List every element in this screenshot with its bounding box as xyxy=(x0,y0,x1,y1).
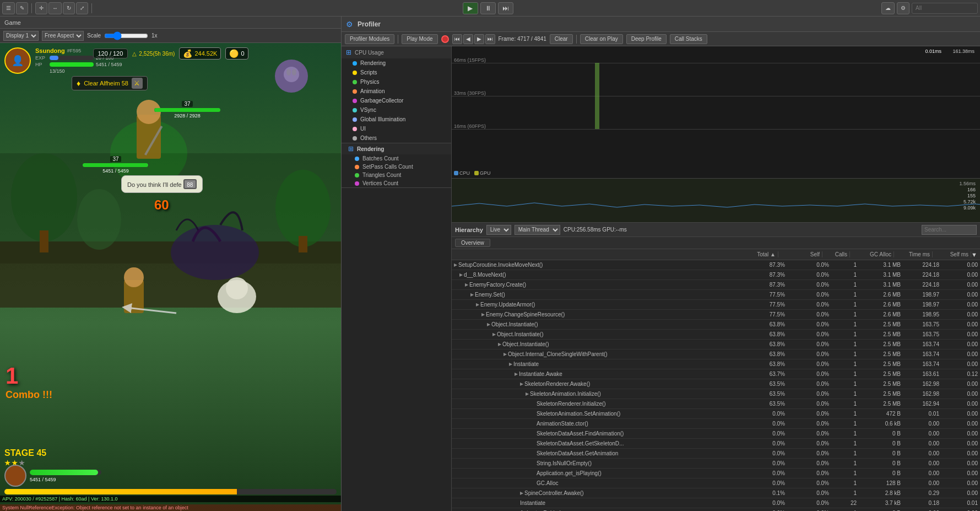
table-row[interactable]: ▶ Enemy.ChangeSpineResource() 77.5% 0.0%… xyxy=(452,310,980,320)
play-mode-button[interactable]: Play Mode xyxy=(402,34,437,44)
row-name: SkeletonAnimation.Initialize() xyxy=(530,391,601,397)
self-cell: 0.0% xyxy=(787,262,831,268)
transform-tool[interactable]: ✛ xyxy=(35,2,47,14)
self-cell: 0.0% xyxy=(787,450,831,456)
aspect-select[interactable]: Free Aspect xyxy=(42,31,84,41)
col-header-selfms[interactable]: Self ms xyxy=(933,251,971,257)
table-row[interactable]: GC.Alloc 0.0% 0.0% 1 128 B 0.00 0.00 xyxy=(452,478,980,488)
pause-button[interactable]: ⏸ xyxy=(480,2,496,14)
hierarchy-panel: Hierarchy Live Main Thread CPU:256.58ms … xyxy=(452,223,980,511)
prev-frame-button[interactable]: ◀ xyxy=(463,34,473,44)
table-row[interactable]: ▶ Enemy.Set() 77.5% 0.0% 1 2.6 MB 198.97… xyxy=(452,290,980,300)
cpu-usage-graph[interactable]: 66ms (15FPS) 33ms (30FPS) 16ms (60FPS) xyxy=(452,46,980,179)
table-row[interactable]: ▶ EnemyFactory.Create() 87.3% 0.0% 1 3.1… xyxy=(452,280,980,290)
name-cell: ▶ Object.Instantiate() xyxy=(452,341,743,347)
table-row[interactable]: ▶ Instantiate 63.8% 0.0% 1 2.5 MB 163.74… xyxy=(452,359,980,369)
col-header-total[interactable]: Total ▲ xyxy=(734,251,778,257)
table-row[interactable]: ▶ SkeletonRenderer.Awake() 63.5% 0.0% 1 … xyxy=(452,379,980,389)
search-input[interactable] xyxy=(912,3,978,14)
table-row[interactable]: ▶ Enemy.UpdateArmor() 77.5% 0.0% 1 2.6 M… xyxy=(452,300,980,310)
overview-tab-button[interactable]: Overview xyxy=(455,239,490,247)
quest-icon-btn[interactable]: ⚔ xyxy=(132,78,143,89)
go-end-button[interactable]: ⏭ xyxy=(485,34,495,44)
rendering-item-setpass-calls-count[interactable]: SetPass Calls Count xyxy=(342,163,451,171)
cpu-item-physics[interactable]: Physics xyxy=(342,77,451,87)
game-viewport[interactable]: 👤 Ssundong #F595 EXP 20 / 100 HP xyxy=(0,43,341,511)
rendering-item-batches-count[interactable]: Batches Count xyxy=(342,154,451,163)
table-row[interactable]: ▶ SkeletonAnimation.Initialize() 63.5% 0… xyxy=(452,389,980,399)
cpu-item-rendering[interactable]: Rendering xyxy=(342,58,451,68)
table-row[interactable]: ▶ Instantiate.Awake 63.7% 0.0% 1 2.5 MB … xyxy=(452,369,980,379)
deep-profile-button[interactable]: Deep Profile xyxy=(626,34,667,44)
col-header-gcalloc[interactable]: GC Alloc xyxy=(850,251,894,257)
rendering-item-vertices-count[interactable]: Vertices Count xyxy=(342,179,451,187)
col-header-calls[interactable]: Calls xyxy=(822,251,850,257)
svg-rect-21 xyxy=(595,63,599,129)
table-row[interactable]: ▶ Object.Instantiate() 63.8% 0.0% 1 2.5 … xyxy=(452,320,980,330)
col-sort-btn[interactable]: ▼ xyxy=(971,251,980,258)
cpu-item-vsync[interactable]: VSync xyxy=(342,105,451,115)
table-row[interactable]: AnimationState.ctor() 0.0% 0.0% 1 0.6 kB… xyxy=(452,419,980,429)
col-header-self[interactable]: Self xyxy=(778,251,822,257)
table-row[interactable]: ▶ Object.Internal_CloneSingleWithParent(… xyxy=(452,349,980,359)
services-btn[interactable]: ⚙ xyxy=(897,2,909,14)
table-row[interactable]: SkeletonDataAsset.GetSkeletonD... 0.0% 0… xyxy=(452,439,980,449)
hierarchy-search[interactable] xyxy=(922,225,977,235)
table-row[interactable]: SkeletonDataAsset.FindAnimation() 0.0% 0… xyxy=(452,429,980,439)
rendering-item-triangles-count[interactable]: Triangles Count xyxy=(342,171,451,179)
rendering-stats-graph[interactable]: 1.56ms 166 155 5.72k 9.09k xyxy=(452,179,980,223)
call-stacks-button[interactable]: Call Stacks xyxy=(670,34,707,44)
table-row[interactable]: Application.get_isPlaying() 0.0% 0.0% 1 … xyxy=(452,469,980,478)
thread-select[interactable]: Main Thread xyxy=(515,225,560,235)
clear-on-play-button[interactable]: Clear on Play xyxy=(580,34,623,44)
record-button[interactable] xyxy=(441,35,449,43)
rotate-tool[interactable]: ↻ xyxy=(63,2,75,14)
cpu-item-ui[interactable]: UI xyxy=(342,124,451,133)
cpu-item-animation[interactable]: Animation xyxy=(342,87,451,96)
table-row[interactable]: SkeletonAnimation.SetAnimation() 0.0% 0.… xyxy=(452,409,980,419)
cpu-item-others[interactable]: Others xyxy=(342,133,451,143)
cpu-item-scripts[interactable]: Scripts xyxy=(342,68,451,77)
table-row[interactable]: ▶ d__8.MoveNext() 87.3% 0.0% 1 3.1 MB 22… xyxy=(452,270,980,280)
self-cell: 0.0% xyxy=(787,421,831,427)
move-tool[interactable]: ↔ xyxy=(48,2,62,14)
table-row[interactable]: SkeletonDataAsset.GetAnimation 0.0% 0.0%… xyxy=(452,449,980,459)
expand-arrow: ▶ xyxy=(476,302,479,307)
total-cell: 0.0% xyxy=(743,431,787,437)
game-tab-label[interactable]: Game xyxy=(4,19,21,26)
row-name: SkeletonDataAsset.GetSkeletonD... xyxy=(537,440,624,447)
cpu-section-header[interactable]: ⊞ CPU Usage xyxy=(342,46,451,58)
collab-btn[interactable]: ☁ xyxy=(881,2,895,14)
modules-button[interactable]: Profiler Modules xyxy=(345,34,394,44)
scale-slider[interactable] xyxy=(104,31,148,40)
scale-tool[interactable]: ⤢ xyxy=(76,2,88,14)
clear-button[interactable]: Clear xyxy=(550,34,573,44)
rendering-section-header[interactable]: ⊞ Rendering xyxy=(342,143,451,154)
name-cell: SkeletonDataAsset.GetSkeletonD... xyxy=(452,440,743,447)
go-start-button[interactable]: ⏮ xyxy=(452,34,462,44)
live-mode-select[interactable]: Live xyxy=(486,225,511,235)
table-row[interactable]: ▶ SetupCoroutine.InvokeMoveNext() 87.3% … xyxy=(452,260,980,270)
next-frame-button[interactable]: ▶ xyxy=(474,34,484,44)
table-row[interactable]: SkeletonRenderer.Initialize() 63.5% 0.0%… xyxy=(452,399,980,409)
table-row[interactable]: ▶ Object.Instantiate() 63.8% 0.0% 1 2.5 … xyxy=(452,330,980,340)
table-row[interactable]: ▶ Object.Instantiate() 63.8% 0.0% 1 2.5 … xyxy=(452,340,980,349)
calls-cell: 1 xyxy=(831,272,859,278)
play-button[interactable]: ▶ xyxy=(463,2,478,14)
file-menu[interactable]: ☰ xyxy=(2,2,15,14)
bottom-hp-fill xyxy=(30,470,98,475)
step-button[interactable]: ⏭ xyxy=(498,2,513,14)
table-row[interactable]: ▶ SpineController.Awake() 0.1% 0.0% 1 2.… xyxy=(452,488,980,498)
scale-value: 1x xyxy=(151,33,158,39)
edit-menu[interactable]: ✎ xyxy=(16,2,28,14)
display-select[interactable]: Display 1 xyxy=(3,31,39,41)
table-row[interactable]: String.IsNullOrEmpty() 0.0% 0.0% 1 0 B 0… xyxy=(452,459,980,469)
hierarchy-rows[interactable]: ▶ SetupCoroutine.InvokeMoveNext() 87.3% … xyxy=(452,260,980,511)
selfms-cell: 0.00 xyxy=(941,341,980,347)
table-row[interactable]: Animator.Rebind 0.0% 0.0% 1 0 B 0.02 0.0… xyxy=(452,508,980,511)
cpu-item-global-illumination[interactable]: Global Illumination xyxy=(342,115,451,124)
svg-rect-27 xyxy=(452,179,980,222)
cpu-item-garbagecollector[interactable]: GarbageCollector xyxy=(342,96,451,105)
table-row[interactable]: Instantiate 0.0% 0.0% 22 3.7 kB 0.18 0.0… xyxy=(452,498,980,508)
col-header-time[interactable]: Time ms xyxy=(894,251,933,257)
